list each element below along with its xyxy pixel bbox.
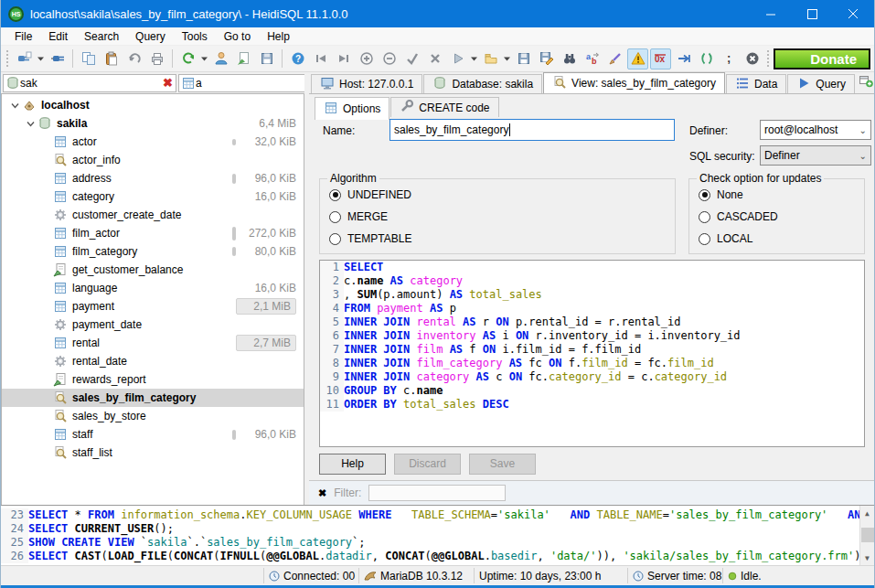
- sql-log-panel[interactable]: ▲ ▼ 23SELECT * FROM information_schema.K…: [1, 505, 874, 565]
- minimize-button[interactable]: [751, 0, 792, 27]
- scroll-down-icon[interactable]: ▼: [860, 551, 874, 565]
- next-result-icon[interactable]: [673, 48, 694, 69]
- query-parameters-icon[interactable]: [696, 48, 717, 69]
- tab-options[interactable]: Options: [315, 97, 389, 120]
- filter-input[interactable]: [368, 485, 506, 501]
- radio-algorithm-temptable[interactable]: TEMPTABLE: [329, 232, 675, 245]
- radio-unselected[interactable]: [329, 233, 341, 245]
- tree-item-get_customer_balance[interactable]: get_customer_balance: [2, 261, 304, 279]
- close-filter-icon[interactable]: ✖: [318, 487, 326, 499]
- radio-algorithm-undefined[interactable]: UNDEFINED: [329, 188, 675, 201]
- tree-item-language[interactable]: language16,0 KiB: [2, 279, 304, 297]
- replace-text-icon[interactable]: ab: [582, 48, 603, 69]
- menu-go-to[interactable]: Go to: [216, 28, 259, 45]
- tree-item-rental_date[interactable]: rental_date: [2, 352, 304, 370]
- close-button[interactable]: [833, 0, 874, 27]
- tab-create-code[interactable]: CREATE code: [390, 97, 498, 117]
- menu-file[interactable]: File: [6, 28, 40, 45]
- help-button[interactable]: Help: [319, 454, 386, 475]
- radio-unselected[interactable]: [699, 211, 710, 223]
- tree-item-address[interactable]: address96,0 KiB: [2, 169, 304, 187]
- menu-query[interactable]: Query: [127, 28, 174, 45]
- database-filter-input[interactable]: [20, 77, 162, 90]
- tree-item-sakila[interactable]: sakila6,4 MiB: [2, 114, 304, 133]
- tree-item-payment_date[interactable]: payment_date: [2, 315, 304, 334]
- delete-record-icon[interactable]: [379, 48, 400, 69]
- user-manager-icon[interactable]: [210, 48, 231, 69]
- tree-item-payment[interactable]: payment2,1 MiB: [2, 297, 304, 315]
- session-manager-dropdown[interactable]: [36, 48, 46, 69]
- help-icon[interactable]: ?: [287, 48, 308, 69]
- sql-security-combobox[interactable]: Definer⌄: [760, 145, 871, 166]
- execute-sql-icon[interactable]: [447, 48, 468, 69]
- discard-button[interactable]: Discard: [394, 454, 461, 475]
- save-button[interactable]: Save: [469, 454, 536, 475]
- blob-as-text-icon[interactable]: [627, 48, 648, 69]
- tree-item-film_actor[interactable]: film_actor272,0 KiB: [2, 224, 304, 242]
- save-sql-icon[interactable]: [513, 48, 534, 69]
- tree-item-staff_list[interactable]: staff_list: [2, 444, 304, 462]
- tab-data[interactable]: Data: [726, 74, 786, 93]
- tab-host[interactable]: Host: 127.0.0.1: [311, 74, 422, 93]
- save-sql-as-icon[interactable]: [536, 48, 557, 69]
- export-icon[interactable]: [233, 48, 254, 69]
- execute-sql-dropdown[interactable]: [469, 48, 479, 69]
- new-query-tab-button[interactable]: [859, 73, 873, 93]
- radio-unselected[interactable]: [329, 211, 341, 223]
- tree-item-localhost[interactable]: localhost: [2, 96, 304, 114]
- print-icon[interactable]: [146, 48, 167, 69]
- delimiter-icon[interactable]: ;: [719, 48, 740, 69]
- radio-selected[interactable]: [329, 189, 341, 201]
- insert-record-icon[interactable]: [356, 48, 377, 69]
- tree-item-sales_by_film_category[interactable]: sales_by_film_category: [2, 389, 304, 407]
- scroll-up-icon[interactable]: ▲: [860, 506, 874, 520]
- disconnect-icon[interactable]: [47, 48, 68, 69]
- tab-view[interactable]: View: sales_by_film_category: [543, 72, 725, 93]
- undo-icon[interactable]: [123, 48, 144, 69]
- tree-item-actor_info[interactable]: actor_info: [2, 151, 304, 169]
- menu-tools[interactable]: Tools: [174, 28, 216, 45]
- session-manager-icon[interactable]: [14, 48, 35, 69]
- radio-selected[interactable]: [699, 189, 710, 201]
- tree-item-sales_by_store[interactable]: sales_by_store: [2, 407, 304, 425]
- load-sql-file-dropdown[interactable]: [502, 48, 512, 69]
- stop-icon[interactable]: [742, 48, 763, 69]
- refresh-dropdown[interactable]: [199, 48, 209, 69]
- menu-search[interactable]: Search: [76, 28, 127, 45]
- menu-edit[interactable]: Edit: [40, 28, 76, 45]
- radio-check-none[interactable]: None: [699, 188, 864, 201]
- radio-algorithm-merge[interactable]: MERGE: [329, 210, 675, 223]
- last-record-icon[interactable]: [333, 48, 354, 69]
- tree-item-film_category[interactable]: film_category80,0 KiB: [2, 242, 304, 261]
- chevron-down-icon[interactable]: [7, 101, 22, 111]
- view-name-input[interactable]: sales_by_film_category: [389, 119, 675, 141]
- refresh-icon[interactable]: [177, 48, 198, 69]
- find-text-icon[interactable]: [559, 48, 580, 69]
- tree-item-staff[interactable]: staff96,0 KiB: [2, 425, 304, 444]
- radio-check-local[interactable]: LOCAL: [699, 232, 864, 245]
- maximize-button[interactable]: [792, 0, 833, 27]
- binary-as-hex-icon[interactable]: 0x: [650, 48, 671, 69]
- scroll-thumb[interactable]: [861, 528, 874, 542]
- save-snippet-icon[interactable]: [256, 48, 277, 69]
- tree-item-category[interactable]: category16,0 KiB: [2, 187, 304, 206]
- view-sql-editor[interactable]: 1SELECT2c.name AS category3, SUM(p.amoun…: [319, 260, 865, 447]
- cancel-editing-icon[interactable]: [424, 48, 445, 69]
- tree-item-rewards_report[interactable]: rewards_report: [2, 370, 304, 389]
- copy-icon[interactable]: [78, 48, 99, 69]
- radio-check-cascaded[interactable]: CASCADED: [699, 210, 864, 223]
- donate-button[interactable]: Donate: [774, 48, 870, 69]
- post-changes-icon[interactable]: [401, 48, 422, 69]
- reformat-sql-icon[interactable]: [604, 48, 625, 69]
- menu-help[interactable]: Help: [259, 28, 298, 45]
- load-sql-file-icon[interactable]: [480, 48, 501, 69]
- tree-item-actor[interactable]: actor32,0 KiB: [2, 133, 304, 151]
- log-scrollbar[interactable]: ▲ ▼: [859, 506, 874, 565]
- chevron-down-icon[interactable]: [23, 119, 37, 129]
- tab-query[interactable]: Query: [787, 74, 855, 93]
- radio-unselected[interactable]: [699, 233, 710, 245]
- first-record-icon[interactable]: [310, 48, 331, 69]
- clear-database-filter-icon[interactable]: ✖: [162, 77, 174, 89]
- tree-item-rental[interactable]: rental2,7 MiB: [2, 334, 304, 352]
- definer-combobox[interactable]: root@localhost⌄: [760, 120, 871, 140]
